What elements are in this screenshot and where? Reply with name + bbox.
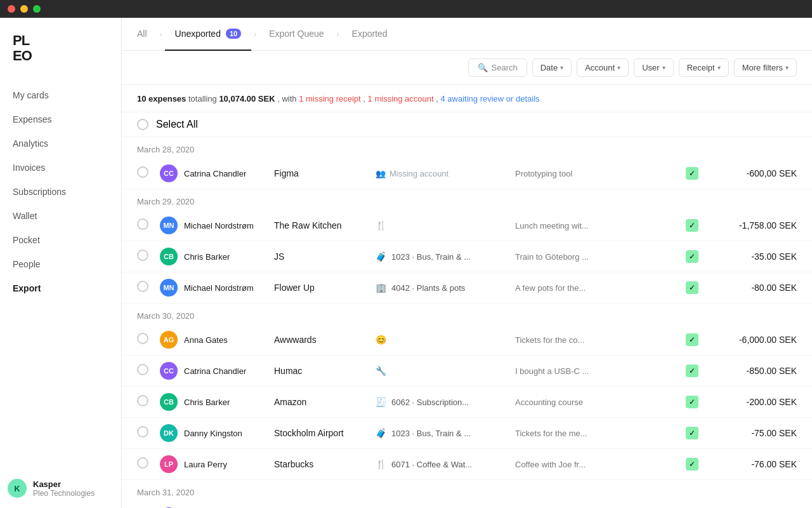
expense-note: Tickets for the me... [515,429,676,438]
row-checkbox[interactable] [137,281,148,292]
chevron-down-icon: ▾ [560,64,563,71]
chevron-down-icon: ▾ [717,64,721,71]
more-filters-button[interactable]: More filters ▾ [734,58,797,77]
maximize-dot[interactable] [33,5,41,13]
date-filter[interactable]: Date ▾ [532,58,572,77]
account-filter[interactable]: Account ▾ [577,58,629,77]
expense-note: Lunch meeting wit... [515,221,676,231]
table-row[interactable]: DK Danny Kingston Stockholm Airport 🧳 10… [122,418,812,449]
account-icon: 🧳 [376,428,386,438]
row-checkbox[interactable] [137,364,148,375]
sidebar-footer: K Kasper Pleo Technologies [0,469,121,508]
receipt-badge: ✓ [686,250,698,263]
table-row[interactable]: CB Chris Barker Amazon 🧾 6062 · Subscrip… [122,387,812,418]
select-all-label: Select All [156,119,198,130]
titlebar [0,0,812,18]
account-name: 6071 · Coffee & Wat... [391,460,472,469]
tab-export-queue[interactable]: Export Queue [259,18,334,51]
merchant-name: Figma [274,168,376,178]
account-icon: 🔧 [376,366,386,376]
sidebar-item-wallet[interactable]: Wallet [5,204,116,227]
missing-receipt-link[interactable]: 1 missing receipt [299,94,361,104]
unexported-badge: 10 [226,29,241,39]
select-all-row: Select All [122,112,812,137]
tab-unexported[interactable]: Unexported 10 [165,18,252,51]
account-name: 6062 · Subscription... [391,398,469,407]
missing-account-link[interactable]: 1 missing account [368,94,434,104]
minimize-dot[interactable] [20,5,28,13]
avatar: AG [160,331,178,349]
arrow-1: › [160,30,162,39]
row-checkbox[interactable] [137,250,148,261]
select-all-checkbox[interactable] [137,119,148,130]
arrow-2: › [254,30,256,39]
table-row[interactable]: CC Catrina Chandler Figma 👥 Missing acco… [122,158,812,189]
account-icon: 🍴 [376,459,386,469]
sidebar-item-my-cards[interactable]: My cards [5,84,116,107]
sidebar-item-invoices[interactable]: Invoices [5,156,116,179]
sidebar-item-pocket[interactable]: Pocket [5,229,116,251]
search-button[interactable]: 🔍 Search [468,58,527,77]
merchant-name: Humac [274,366,376,376]
receipt-filter[interactable]: Receipt ▾ [679,58,729,77]
table-row[interactable]: AM Ashley Moore Adobe 🧾 6062 · Subscript… [122,501,812,508]
expense-note: I bought a USB-C ... [515,366,676,376]
expense-amount: -6,000.00 SEK [708,335,797,345]
awaiting-link[interactable]: 4 awaiting review or details [441,94,540,104]
chevron-down-icon: ▾ [662,64,665,71]
expense-amount: -850.00 SEK [708,366,797,376]
expense-amount: -600,00 SEK [708,168,797,178]
merchant-name: JS [274,251,376,262]
account-icon: 🧾 [376,397,386,407]
tab-exported[interactable]: Exported [342,18,398,51]
avatar: LP [160,455,178,473]
account-icon: 🍴 [376,220,386,231]
sidebar-item-people[interactable]: People [5,253,116,276]
sidebar: PL EO My cards Expenses Analytics Invoic… [0,0,122,508]
sidebar-item-export[interactable]: Export [5,277,116,300]
summary-bar: 10 expenses totalling 10,074.00 SEK , wi… [122,85,812,112]
close-dot[interactable] [8,5,15,13]
date-group-header: March 31, 2020 [122,480,812,501]
person-name: Chris Barker [184,398,230,407]
row-checkbox[interactable] [137,395,148,406]
row-checkbox[interactable] [137,457,148,469]
person-name: Danny Kingston [184,429,242,438]
sidebar-item-analytics[interactable]: Analytics [5,132,116,155]
table-row[interactable]: MN Michael Nordstrøm The Raw Kitchen 🍴 L… [122,210,812,241]
user-filter[interactable]: User ▾ [634,58,673,77]
table-row[interactable]: CB Chris Barker JS 🧳 1023 · Bus, Train &… [122,241,812,272]
row-checkbox[interactable] [137,218,148,230]
account-name: 1023 · Bus, Train & ... [391,252,471,262]
missing-icon: 👥 [376,169,386,178]
receipt-badge: ✓ [686,167,698,180]
table-row[interactable]: MN Michael Nordstrøm Flower Up 🏢 4042 · … [122,272,812,304]
table-row[interactable]: AG Anna Gates Awwwards 😊 Tickets for the… [122,324,812,356]
table-row[interactable]: LP Laura Perry Starbucks 🍴 6071 · Coffee… [122,449,812,480]
expense-amount: -200.00 SEK [708,397,797,407]
user-info: Kasper Pleo Technologies [33,479,95,498]
row-checkbox[interactable] [137,166,148,178]
main-content: All › Unexported 10 › Export Queue › Exp… [122,18,812,508]
sidebar-item-subscriptions[interactable]: Subscriptions [5,180,116,203]
merchant-name: Starbucks [274,459,376,469]
account-missing: 👥 Missing account [376,169,449,178]
receipt-badge: ✓ [686,427,698,439]
tab-bar: All › Unexported 10 › Export Queue › Exp… [122,18,812,51]
expense-note: Coffee with Joe fr... [515,460,676,469]
date-group-header: March 28, 2020 [122,137,812,158]
sidebar-item-expenses[interactable]: Expenses [5,108,116,131]
expense-note: Prototyping tool [515,169,676,178]
row-checkbox[interactable] [137,333,148,344]
avatar: MN [160,279,178,297]
date-group-header: March 30, 2020 [122,304,812,324]
expense-note: Train to Göteborg ... [515,252,676,262]
table-row[interactable]: CC Catrina Chandler Humac 🔧 I bought a U… [122,356,812,387]
account-icon: 🏢 [376,283,386,293]
user-avatar: K [8,479,27,498]
tab-all[interactable]: All [137,18,157,51]
avatar: CB [160,393,178,411]
expense-note: Tickets for the co... [515,335,676,345]
search-icon: 🔍 [478,63,488,72]
row-checkbox[interactable] [137,426,148,438]
